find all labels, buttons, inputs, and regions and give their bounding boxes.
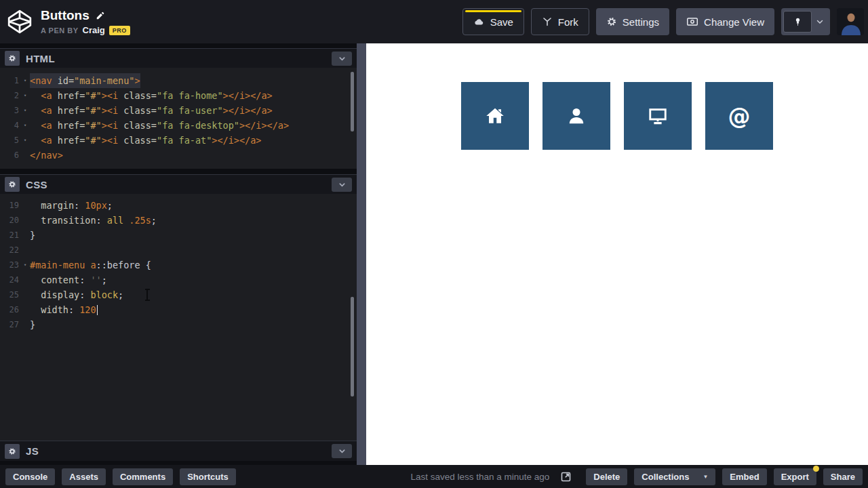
preview-nav-menu: @ xyxy=(366,43,868,150)
css-editor-label: CSS xyxy=(26,179,47,190)
settings-button[interactable]: Settings xyxy=(596,8,669,35)
code-line[interactable]: 20 transition: all .25s; xyxy=(0,213,357,228)
top-actions: Save Fork Settings Change xyxy=(462,8,864,35)
fold-marker-icon[interactable]: ▾ xyxy=(20,118,30,133)
preview-button-home[interactable] xyxy=(461,82,529,150)
css-scrollbar[interactable] xyxy=(351,297,354,396)
code-line[interactable]: 21} xyxy=(0,228,357,243)
code-text: <a href="#"><i class="fa fa-desktop"></i… xyxy=(30,118,289,133)
css-settings-button[interactable] xyxy=(5,177,20,192)
at-icon: @ xyxy=(728,103,751,129)
chevron-down-icon xyxy=(338,55,346,62)
code-line[interactable]: 1▾<nav id="main-menu"> xyxy=(0,73,357,88)
line-number: 6 xyxy=(0,148,20,163)
pushpin-icon xyxy=(793,17,803,27)
preview-button-desktop[interactable] xyxy=(624,82,692,150)
html-collapse-button[interactable] xyxy=(332,52,352,66)
line-number: 2 xyxy=(0,88,20,103)
collections-button[interactable]: Collections▼ xyxy=(634,468,715,485)
preview-button-user[interactable] xyxy=(542,82,610,150)
home-icon xyxy=(485,106,505,126)
code-line[interactable]: 23▾#main-menu a::before { xyxy=(0,258,357,272)
fold-marker-icon[interactable]: ▾ xyxy=(20,258,30,272)
fold-marker-icon[interactable]: ▾ xyxy=(20,133,30,148)
pin-button[interactable] xyxy=(783,11,812,33)
code-text: transition: all .25s; xyxy=(30,213,157,228)
share-button[interactable]: Share xyxy=(823,468,863,485)
code-line[interactable]: 22 xyxy=(0,243,357,258)
html-scrollbar[interactable] xyxy=(351,72,354,131)
fold-gutter xyxy=(20,272,30,287)
code-text: #main-menu a::before { xyxy=(30,258,151,272)
code-text: margin: 10px; xyxy=(30,198,113,213)
external-link-icon xyxy=(560,471,572,483)
shortcuts-button[interactable]: Shortcuts xyxy=(180,468,236,485)
code-line[interactable]: 3▾ <a href="#"><i class="fa fa-user"></i… xyxy=(0,103,357,118)
change-view-button[interactable]: Change View xyxy=(676,8,774,35)
assets-button[interactable]: Assets xyxy=(62,468,106,485)
fold-marker-icon[interactable]: ▾ xyxy=(20,73,30,88)
fold-gutter xyxy=(20,198,30,213)
embed-button[interactable]: Embed xyxy=(722,468,766,485)
line-number: 26 xyxy=(0,302,20,317)
code-line[interactable]: 6</nav> xyxy=(0,148,357,163)
code-line[interactable]: 2▾ <a href="#"><i class="fa fa-home"></i… xyxy=(0,88,357,103)
code-line[interactable]: 25 display: block; xyxy=(0,287,357,302)
fold-gutter xyxy=(20,228,30,243)
change-view-icon xyxy=(686,16,698,27)
desktop-icon xyxy=(648,106,668,126)
html-code-editor[interactable]: 1▾<nav id="main-menu">2▾ <a href="#"><i … xyxy=(0,68,357,169)
console-button[interactable]: Console xyxy=(5,468,55,485)
fold-marker-icon[interactable]: ▾ xyxy=(20,88,30,103)
main-area: HTML 1▾<nav id="main-menu">2▾ <a href="#… xyxy=(0,43,868,465)
pen-title: Buttons xyxy=(41,8,90,23)
user-icon xyxy=(566,106,587,126)
code-text: display: block; xyxy=(30,287,123,302)
codepen-editor-app: Buttons A PEN BY Craig PRO Save xyxy=(0,0,868,488)
pin-dropdown-button[interactable] xyxy=(812,18,828,26)
edit-title-pencil-icon[interactable] xyxy=(96,11,105,20)
js-collapse-button[interactable] xyxy=(332,444,352,458)
code-line[interactable]: 19 margin: 10px; xyxy=(0,198,357,213)
code-text: </nav> xyxy=(30,148,63,163)
delete-button[interactable]: Delete xyxy=(586,468,627,485)
preview-button-at[interactable]: @ xyxy=(705,82,773,150)
fold-gutter xyxy=(20,317,30,332)
css-collapse-button[interactable] xyxy=(332,178,352,192)
line-number: 27 xyxy=(0,317,20,332)
fold-gutter xyxy=(20,287,30,302)
fork-icon xyxy=(542,16,553,27)
pen-title-block: Buttons A PEN BY Craig PRO xyxy=(41,8,130,35)
user-avatar[interactable] xyxy=(837,8,864,35)
fold-gutter xyxy=(20,243,30,258)
author-name[interactable]: Craig xyxy=(83,25,105,35)
code-line[interactable]: 5▾ <a href="#"><i class="fa fa-at"></i><… xyxy=(0,133,357,148)
open-external-button[interactable] xyxy=(557,468,574,485)
fold-gutter xyxy=(20,302,30,317)
footer-left-buttons: ConsoleAssetsCommentsShortcuts xyxy=(5,468,236,485)
css-code-editor[interactable]: 19 margin: 10px;20 transition: all .25s;… xyxy=(0,194,357,441)
panel-resize-handle[interactable] xyxy=(357,43,366,465)
save-button[interactable]: Save xyxy=(462,8,524,35)
js-settings-button[interactable] xyxy=(5,444,20,459)
code-text: <a href="#"><i class="fa fa-at"></i></a> xyxy=(30,133,261,148)
code-line[interactable]: 4▾ <a href="#"><i class="fa fa-desktop">… xyxy=(0,118,357,133)
gear-icon xyxy=(606,16,617,27)
html-settings-button[interactable] xyxy=(5,51,20,66)
code-line[interactable]: 27} xyxy=(0,317,357,332)
code-line[interactable]: 24 content: ''; xyxy=(0,272,357,287)
codepen-logo-icon[interactable] xyxy=(5,7,34,36)
code-text: width: 120 xyxy=(30,302,98,317)
fork-button[interactable]: Fork xyxy=(531,8,589,35)
code-text: <a href="#"><i class="fa fa-home"></i></… xyxy=(30,88,273,103)
line-number: 24 xyxy=(0,272,20,287)
html-editor-header: HTML xyxy=(0,48,357,68)
last-saved-status: Last saved less than a minute ago xyxy=(410,472,549,482)
code-line[interactable]: 26 width: 120 xyxy=(0,302,357,317)
line-number: 4 xyxy=(0,118,20,133)
pro-badge: PRO xyxy=(109,26,130,35)
code-text: <a href="#"><i class="fa fa-user"></i></… xyxy=(30,103,273,118)
fold-marker-icon[interactable]: ▾ xyxy=(20,103,30,118)
comments-button[interactable]: Comments xyxy=(113,468,173,485)
export-button[interactable]: Export xyxy=(774,468,816,485)
